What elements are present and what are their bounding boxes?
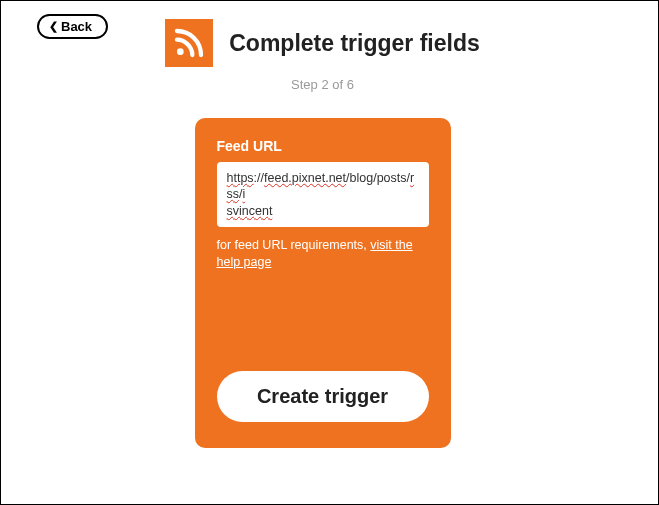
scroll-viewport[interactable]: ❮ Back Complete trigger fields Step 2 of… <box>1 1 644 504</box>
trigger-card: Feed URL https://feed.pixnet.net/blog/po… <box>195 118 451 448</box>
help-text: for feed URL requirements, visit the hel… <box>217 237 429 271</box>
back-button[interactable]: ❮ Back <box>37 14 108 39</box>
rss-icon <box>165 19 213 67</box>
feed-url-input[interactable]: https://feed.pixnet.net/blog/posts/rss/i… <box>217 162 429 227</box>
create-trigger-button[interactable]: Create trigger <box>217 371 429 422</box>
svg-point-0 <box>177 48 184 55</box>
back-button-label: Back <box>61 19 92 34</box>
page-content: ❮ Back Complete trigger fields Step 2 of… <box>1 1 644 504</box>
page-header: Complete trigger fields <box>21 19 624 67</box>
help-prefix: for feed URL requirements, <box>217 238 371 252</box>
page-title: Complete trigger fields <box>229 30 479 57</box>
feed-url-label: Feed URL <box>217 138 429 154</box>
step-indicator: Step 2 of 6 <box>21 77 624 92</box>
chevron-left-icon: ❮ <box>49 21 58 32</box>
